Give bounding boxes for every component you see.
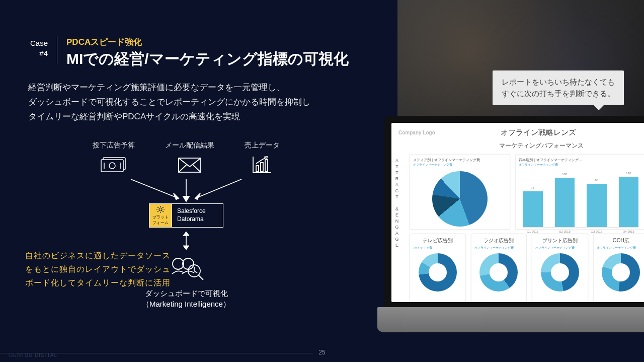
bar-v2: 108 — [555, 173, 575, 176]
para-l3: タイムリーな経営判断やPDCAサイクルの高速化を実現 — [28, 112, 240, 121]
dash-l1: ダッシュボードで可視化 — [145, 289, 228, 298]
src3-label: 売上データ — [245, 141, 280, 149]
pie-chart — [432, 171, 488, 227]
case-label: Case — [30, 39, 48, 47]
paragraph: 経営判断やマーケティング施策評価に必要なデータを一元管理し、 ダッシュボードで可… — [28, 81, 310, 124]
d4-title: OOH広 — [597, 237, 645, 244]
svg-line-22 — [157, 207, 158, 208]
row1: メディア別｜オフラインマーケティング費 オフラインマーケティング費 四半期別｜オ… — [410, 154, 644, 230]
svg-line-11 — [131, 179, 179, 198]
platform-tag: プラット フォーム — [149, 204, 172, 227]
case-number: Case #4 — [30, 36, 48, 58]
dash-header: Company Logo オフライン戦略レンズ — [398, 128, 644, 137]
platform-n2: Datorama — [177, 215, 218, 224]
donut-tv: テレビ広告別 TVメディア費 — [410, 234, 466, 302]
svg-point-30 — [183, 258, 194, 269]
source-mail: メール配信結果 — [165, 141, 214, 175]
donut-radio: ラジオ広告別 オフラインマーケティング費 — [471, 234, 527, 302]
source-budget: 投下広告予算 — [93, 141, 135, 175]
source-sales: 売上データ — [245, 141, 280, 175]
svg-marker-27 — [183, 232, 189, 236]
bar-v4: 110 — [619, 172, 639, 175]
d2-tag: オフラインマーケティング費 — [474, 246, 524, 250]
speech-line1: レポートをいちいち待たなくても — [502, 78, 615, 86]
dashboard-label: ダッシュボードで可視化 （Marketing Intelligence） — [25, 288, 347, 309]
company-logo: Company Logo — [398, 130, 435, 135]
svg-line-23 — [163, 211, 164, 212]
d3-title: プリント広告別 — [535, 237, 585, 244]
laptop-mock: Company Logo オフライン戦略レンズ マーケティングパフォーマンス A… — [377, 116, 644, 332]
case-num-value: #4 — [39, 49, 48, 57]
svg-line-15 — [195, 179, 242, 198]
bar-c1: Q1 2015 — [523, 230, 543, 233]
laptop-screen: Company Logo オフライン戦略レンズ マーケティングパフォーマンス A… — [384, 116, 644, 309]
subtitle: PDCAスピード強化 — [66, 36, 349, 48]
bar-title: 四半期別｜オフラインマーケティング… — [519, 158, 642, 163]
note-l2: をもとに独自のレイアウトでダッシュ — [25, 265, 171, 273]
dash-l2: （Marketing Intelligence） — [142, 300, 230, 308]
platform-name: Salesforce Datorama — [172, 204, 223, 227]
platform-n1: Salesforce — [177, 207, 218, 215]
note-l1: 自社のビジネスに適したデータソース — [25, 251, 171, 260]
d2-title: ラジオ広告別 — [474, 237, 524, 244]
dash-subtitle: マーケティングパフォーマンス — [499, 141, 644, 150]
svg-line-7 — [193, 165, 201, 172]
para-l2: ダッシュボードで可視化することでレポーティングにかかる時間を抑制し — [28, 97, 310, 107]
svg-line-6 — [179, 165, 187, 172]
donut-print: プリント広告別 オフラインマーケティング費 — [532, 234, 588, 302]
svg-rect-8 — [256, 166, 259, 172]
para-l1: 経営判断やマーケティング施策評価に必要なデータを一元管理し、 — [28, 83, 285, 92]
speech-line2: すぐに次の打ち手を判断できる。 — [502, 89, 615, 98]
svg-point-17 — [159, 208, 162, 211]
svg-line-34 — [194, 271, 197, 273]
bar-c3: Q3 2015 — [587, 230, 607, 233]
donut1 — [419, 253, 457, 292]
laptop-body — [377, 307, 644, 332]
brand-footer: DENTSU DIGITAL — [9, 352, 57, 358]
donut3 — [541, 253, 579, 292]
vertical-label: ATTRACT &ENGAGE — [394, 158, 399, 249]
divider — [57, 36, 57, 64]
svg-point-29 — [173, 258, 184, 269]
svg-line-32 — [198, 275, 203, 280]
src2-label: メール配信結果 — [165, 141, 214, 149]
platform-box: プラット フォーム Salesforce Datorama — [149, 203, 223, 228]
bar-card: 四半期別｜オフラインマーケティング… オフラインマーケティング費 78Q1 20… — [515, 154, 644, 230]
bar-c4: Q4 2015 — [619, 230, 639, 233]
dash-title: オフライン戦略レンズ — [501, 128, 576, 137]
donut-ooh: OOH広 オフラインマーケティング費 — [593, 234, 645, 302]
case-header: Case #4 PDCAスピード強化 MIでの経営/マーケティング指標の可視化 — [30, 36, 349, 69]
slide: レポートをいちいち待たなくても すぐに次の打ち手を判断できる。 Case #4 … — [0, 0, 644, 362]
money-icon — [99, 154, 129, 175]
d1-tag: TVメディア費 — [413, 246, 462, 250]
bar-v1: 78 — [523, 186, 543, 189]
note-l3: ボード化してタイムリーな判断に活用 — [25, 278, 171, 287]
svg-line-25 — [163, 207, 164, 208]
double-arrow-icon — [181, 232, 191, 250]
note: 自社のビジネスに適したデータソース をもとに独自のレイアウトでダッシュ ボード化… — [25, 249, 171, 290]
svg-rect-9 — [261, 163, 263, 172]
page-number: 25 — [318, 349, 325, 356]
pie-card: メディア別｜オフラインマーケティング費 オフラインマーケティング費 — [410, 154, 510, 230]
row2: テレビ広告別 TVメディア費 ラジオ広告別 オフラインマーケティング費 プリント… — [410, 234, 644, 302]
d3-tag: オフラインマーケティング費 — [535, 246, 585, 250]
donut4 — [602, 253, 640, 292]
chart-icon — [247, 154, 277, 175]
bar-c2: Q2 2015 — [555, 230, 575, 233]
platform-tag-text: プラット フォーム — [152, 214, 169, 226]
svg-marker-28 — [183, 246, 189, 250]
svg-rect-10 — [265, 160, 268, 172]
speech-bubble: レポートをいちいち待たなくても すぐに次の打ち手を判断できる。 — [493, 70, 624, 105]
mail-icon — [175, 154, 205, 175]
title: MIでの経営/マーケティング指標の可視化 — [66, 49, 349, 69]
src1-label: 投下広告予算 — [93, 141, 135, 149]
title-block: PDCAスピード強化 MIでの経営/マーケティング指標の可視化 — [66, 36, 349, 69]
dash-panels: メディア別｜オフラインマーケティング費 オフラインマーケティング費 四半期別｜オ… — [410, 154, 644, 302]
bar-v3: 95 — [587, 179, 607, 182]
bar-chart: 78Q1 2015 108Q2 2015 95Q3 2015 110Q4 201… — [523, 172, 638, 228]
dashboard-screen: Company Logo オフライン戦略レンズ マーケティングパフォーマンス A… — [391, 123, 644, 302]
pie-title: メディア別｜オフラインマーケティング費 — [413, 158, 507, 163]
d4-tag: オフラインマーケティング費 — [597, 246, 645, 250]
arrows-down — [25, 178, 347, 203]
sun-icon — [155, 205, 166, 213]
